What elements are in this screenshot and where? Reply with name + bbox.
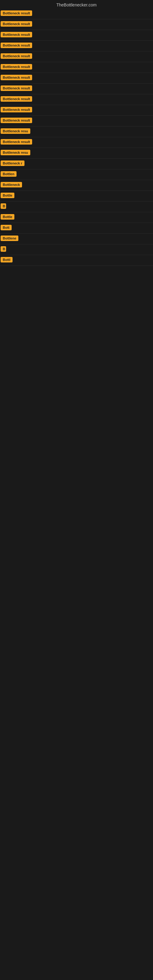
result-row: Bott — [0, 223, 153, 234]
result-row: Bottleneck result — [0, 30, 153, 41]
bottleneck-result-badge[interactable]: Bottleneck resu — [1, 128, 30, 134]
result-row: Bottleneck r — [0, 159, 153, 169]
bottleneck-result-badge[interactable]: Bottl — [1, 257, 13, 262]
result-row: Bottleneck result — [0, 105, 153, 116]
bottleneck-result-badge[interactable]: Bottleneck result — [1, 21, 32, 27]
result-row: Bottleneck result — [0, 9, 153, 19]
bottleneck-result-badge[interactable]: Bottleneck — [1, 182, 22, 188]
result-row: Bottlene — [0, 234, 153, 244]
result-row: Bottleneck result — [0, 137, 153, 148]
bottleneck-result-badge[interactable]: Bottleneck result — [1, 118, 32, 123]
bottleneck-result-badge[interactable]: Bottleneck resu — [1, 150, 30, 155]
bottleneck-result-badge[interactable]: Bottleneck result — [1, 53, 32, 59]
result-row: Bottleneck resu — [0, 148, 153, 159]
bottleneck-result-badge[interactable]: Bottlene — [1, 235, 18, 241]
bottleneck-result-badge[interactable]: Bottleneck result — [1, 75, 32, 80]
result-row: Bottlen — [0, 169, 153, 180]
site-header: TheBottlenecker.com — [0, 0, 153, 9]
site-title: TheBottlenecker.com — [0, 0, 153, 9]
result-row: B — [0, 202, 153, 212]
bottleneck-result-badge[interactable]: Bottleneck result — [1, 139, 32, 145]
bottleneck-result-badge[interactable]: Bottleneck result — [1, 64, 32, 70]
result-row: Bottle — [0, 212, 153, 223]
bottleneck-result-badge[interactable]: Bottleneck r — [1, 161, 24, 166]
bottleneck-result-badge[interactable]: Bottleneck result — [1, 32, 32, 37]
bottleneck-result-badge[interactable]: B — [1, 246, 6, 252]
result-row: Bottl — [0, 255, 153, 266]
result-row: Bottle — [0, 191, 153, 202]
result-row: Bottleneck result — [0, 116, 153, 126]
result-row: Bottleneck resu — [0, 126, 153, 137]
bottleneck-result-badge[interactable]: Bottleneck result — [1, 86, 32, 91]
result-row: Bottleneck result — [0, 62, 153, 73]
result-row: Bottleneck — [0, 180, 153, 191]
result-row: Bottleneck result — [0, 73, 153, 84]
bottleneck-result-badge[interactable]: Bottleneck result — [1, 10, 32, 16]
results-list: Bottleneck resultBottleneck resultBottle… — [0, 9, 153, 266]
result-row: B — [0, 244, 153, 255]
bottleneck-result-badge[interactable]: Bottleneck result — [1, 107, 32, 112]
result-row: Bottleneck result — [0, 84, 153, 94]
result-row: Bottleneck result — [0, 94, 153, 105]
bottleneck-result-badge[interactable]: Bottleneck result — [1, 96, 32, 102]
bottleneck-result-badge[interactable]: Bottleneck result — [1, 43, 32, 48]
result-row: Bottleneck result — [0, 41, 153, 51]
bottleneck-result-badge[interactable]: Bottlen — [1, 171, 16, 177]
result-row: Bottleneck result — [0, 19, 153, 30]
bottleneck-result-badge[interactable]: Bottle — [1, 214, 14, 220]
result-row: Bottleneck result — [0, 51, 153, 62]
bottleneck-result-badge[interactable]: B — [1, 204, 6, 209]
bottleneck-result-badge[interactable]: Bott — [1, 225, 12, 230]
bottleneck-result-badge[interactable]: Bottle — [1, 192, 14, 198]
